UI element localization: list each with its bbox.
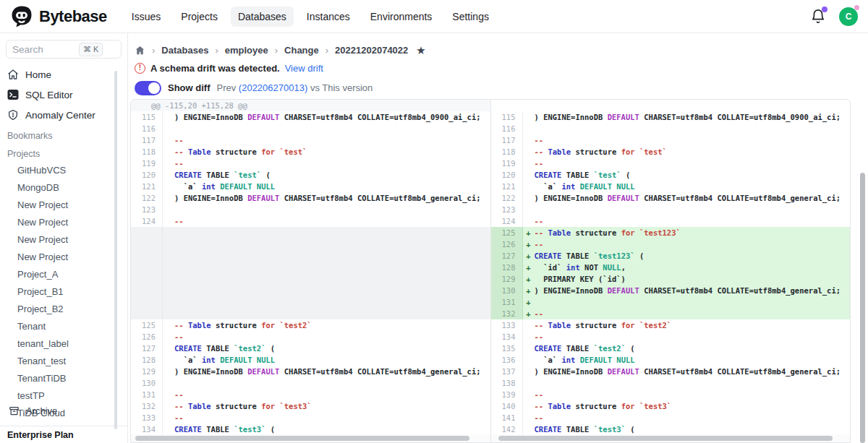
top-menu-item-projects[interactable]: Projects xyxy=(174,7,225,27)
line-number: 124 xyxy=(491,215,523,227)
code-line: `a` int DEFAULT NULL xyxy=(535,181,851,192)
line-number: 133 xyxy=(491,319,523,331)
sidebar-item-sql-editor[interactable]: SQL Editor xyxy=(0,85,127,105)
breadcrumb-item[interactable]: 20221202074022 xyxy=(335,45,408,56)
diff-marker xyxy=(163,331,174,343)
search-shortcut-badge: ⌘ K xyxy=(79,43,103,56)
search-input[interactable] xyxy=(12,44,79,55)
line-number xyxy=(131,308,163,319)
right-horizontal-scrollbar[interactable] xyxy=(491,434,851,442)
left-horizontal-scrollbar[interactable] xyxy=(131,434,490,442)
diff-row: 131-- xyxy=(131,389,490,400)
diff-marker xyxy=(163,146,174,158)
code-line: -- xyxy=(174,331,490,343)
project-item[interactable]: Project_A xyxy=(0,265,127,283)
terminal-icon xyxy=(7,89,19,100)
diff-marker xyxy=(523,389,535,400)
project-item[interactable]: New Project xyxy=(0,231,127,248)
diff-row xyxy=(131,238,490,250)
code-line: CREATE TABLE `test123` ( xyxy=(535,250,851,262)
project-item[interactable]: TenantTiDB xyxy=(0,369,127,387)
user-avatar[interactable]: C xyxy=(839,7,858,26)
diff-marker xyxy=(523,319,535,331)
diff-marker xyxy=(163,215,174,227)
breadcrumb-item[interactable]: Change xyxy=(284,45,319,56)
diff-marker xyxy=(523,366,535,377)
code-line xyxy=(174,262,490,273)
top-menu-item-issues[interactable]: Issues xyxy=(124,7,168,27)
diff-row: 128+ `id` int NOT NULL, xyxy=(491,262,851,273)
diff-marker xyxy=(163,285,174,296)
sidebar-item-home[interactable]: Home xyxy=(0,64,127,85)
line-number: 125 xyxy=(131,319,163,331)
sidebar-heading-projects[interactable]: Projects xyxy=(0,143,127,161)
diff-marker xyxy=(523,377,535,389)
project-item[interactable]: MongoDB xyxy=(0,179,127,196)
code-line xyxy=(174,250,490,262)
top-menu-item-settings[interactable]: Settings xyxy=(445,7,496,27)
view-drift-link[interactable]: View drift xyxy=(285,63,323,74)
sidebar-item-label: SQL Editor xyxy=(25,90,73,100)
code-line: -- xyxy=(535,412,851,423)
diff-row: 122) ENGINE=InnoDB DEFAULT CHARSET=utf8m… xyxy=(491,192,851,204)
breadcrumb-home-icon[interactable] xyxy=(135,45,145,56)
prev-version-link[interactable]: (202206270013) xyxy=(239,82,307,93)
prev-version-text: Prev (202206270013) vs This version xyxy=(217,82,373,93)
bookmark-star-icon[interactable]: ★ xyxy=(416,45,425,56)
project-item[interactable]: New Project xyxy=(0,196,127,213)
code-line: -- xyxy=(174,412,490,423)
scrollbar-thumb[interactable] xyxy=(498,436,833,441)
breadcrumb-item[interactable]: Databases xyxy=(161,45,208,56)
bytebase-logo[interactable]: Bytebase xyxy=(10,5,107,28)
project-item[interactable]: New Project xyxy=(0,213,127,231)
diff-row: 127+CREATE TABLE `test123` ( xyxy=(491,250,851,262)
diff-marker xyxy=(163,412,174,423)
search-box[interactable]: ⌘ K xyxy=(6,40,122,59)
project-item[interactable]: Project_B1 xyxy=(0,283,127,300)
brand-name: Bytebase xyxy=(39,7,107,26)
code-line: -- Table structure for `test` xyxy=(535,146,851,158)
top-menu-item-environments[interactable]: Environments xyxy=(363,7,440,27)
notifications-button[interactable] xyxy=(810,9,826,25)
diff-marker xyxy=(163,227,174,238)
page-vertical-scrollbar[interactable] xyxy=(860,173,865,443)
diff-right-pane: 115) ENGINE=InnoDB DEFAULT CHARSET=utf8m… xyxy=(491,100,851,442)
line-number: 118 xyxy=(131,146,163,158)
sidebar-item-archive[interactable]: Archive xyxy=(0,400,127,421)
diff-row: 124-- xyxy=(131,215,490,227)
top-menu-item-instances[interactable]: Instances xyxy=(299,7,357,27)
scrollbar-thumb[interactable] xyxy=(135,436,469,441)
top-navigation-bar: Bytebase IssuesProjectsDatabasesInstance… xyxy=(0,0,868,33)
line-number: 121 xyxy=(131,181,163,192)
top-menu-item-databases[interactable]: Databases xyxy=(231,7,294,27)
diff-marker xyxy=(163,204,174,215)
show-diff-toggle[interactable] xyxy=(135,81,161,95)
diff-row: 117-- xyxy=(131,134,490,146)
archive-icon xyxy=(9,405,20,416)
line-number: 131 xyxy=(131,389,163,400)
project-item[interactable]: New Project xyxy=(0,248,127,265)
code-line: ) ENGINE=InnoDB DEFAULT CHARSET=utf8mb4 … xyxy=(535,366,851,377)
project-item[interactable]: Project_B2 xyxy=(0,300,127,317)
diff-row: @@ -115,20 +115,28 @@ xyxy=(131,100,490,111)
line-number: 116 xyxy=(491,123,523,134)
code-line: -- Table structure for `test3` xyxy=(535,400,851,412)
diff-marker xyxy=(163,134,174,146)
line-number: 120 xyxy=(131,169,163,181)
breadcrumb-item[interactable]: employee xyxy=(225,45,268,56)
diff-marker: + xyxy=(523,227,535,238)
diff-marker xyxy=(163,366,174,377)
project-item[interactable]: GitHubVCS xyxy=(0,161,127,179)
diff-row: 142CREATE TABLE `test3` ( xyxy=(491,423,851,435)
schema-diff-viewer: @@ -115,20 +115,28 @@115) ENGINE=InnoDB … xyxy=(130,99,851,443)
code-line: ) ENGINE=InnoDB DEFAULT CHARSET=utf8mb4 … xyxy=(535,192,851,204)
project-item[interactable]: Tenant xyxy=(0,317,127,335)
project-item[interactable]: tenant_label xyxy=(0,335,127,352)
bytebase-logo-icon xyxy=(10,5,33,28)
sidebar-scrollbar[interactable] xyxy=(114,71,117,429)
line-number: 117 xyxy=(131,134,163,146)
sidebar-item-anomaly-center[interactable]: Anomaly Center xyxy=(0,105,127,125)
project-item[interactable]: Tenant_test xyxy=(0,352,127,369)
sidebar-heading-bookmarks[interactable]: Bookmarks xyxy=(0,125,127,143)
line-number: 128 xyxy=(491,262,523,273)
